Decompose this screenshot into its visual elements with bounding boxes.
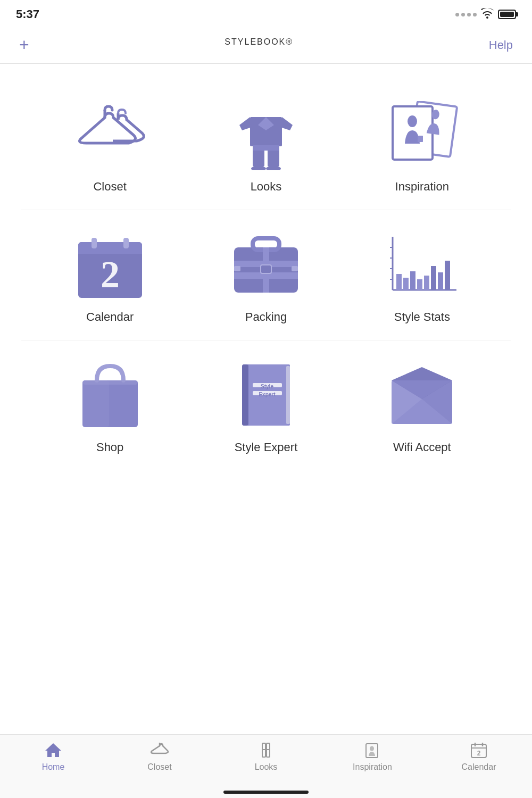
svg-rect-30 xyxy=(234,266,240,271)
tab-calendar-label: Calendar xyxy=(462,762,496,772)
style-expert-icon: Style Expert xyxy=(226,362,306,431)
tab-inspiration-label: Inspiration xyxy=(353,762,392,772)
closet-icon xyxy=(70,101,150,170)
calendar-tab-icon: 2 xyxy=(470,741,488,759)
svg-rect-44 xyxy=(438,272,443,290)
header: + STYLEBOOK® Help xyxy=(0,27,532,64)
svg-rect-8 xyxy=(253,145,279,151)
svg-rect-21 xyxy=(92,238,97,248)
closet-label: Closet xyxy=(93,180,126,194)
svg-rect-11 xyxy=(254,165,263,169)
grid-row-3: Shop Style Expert xyxy=(0,340,532,470)
tab-bar: Home Closet Looks xyxy=(0,734,532,798)
battery-icon xyxy=(498,10,516,19)
packing-label: Packing xyxy=(245,310,287,324)
svg-rect-16 xyxy=(418,136,423,142)
style-expert-item[interactable]: Style Expert Style Expert xyxy=(213,362,319,454)
svg-rect-12 xyxy=(269,165,278,169)
tab-closet-label: Closet xyxy=(147,762,171,772)
inspiration-icon xyxy=(382,101,462,170)
style-stats-label: Style Stats xyxy=(394,310,450,324)
wifi-accept-icon xyxy=(382,362,462,431)
looks-label: Looks xyxy=(251,180,282,194)
svg-rect-42 xyxy=(424,276,429,290)
tab-looks[interactable]: Looks xyxy=(213,741,319,772)
main-content: Closet xyxy=(0,64,532,470)
calendar-label: Calendar xyxy=(86,310,134,324)
shop-item[interactable]: Shop xyxy=(57,362,163,454)
svg-text:Expert: Expert xyxy=(259,392,276,397)
shop-icon xyxy=(70,362,150,431)
grid-row-2: 2 Calendar xyxy=(0,210,532,340)
home-indicator xyxy=(223,791,309,794)
add-button[interactable]: + xyxy=(19,35,29,55)
inspiration-item[interactable]: Inspiration xyxy=(369,101,475,194)
closet-tab-icon xyxy=(151,741,169,759)
tab-calendar[interactable]: 2 Calendar xyxy=(426,741,532,772)
svg-rect-39 xyxy=(403,278,409,290)
tab-home[interactable]: Home xyxy=(0,741,106,772)
svg-text:2: 2 xyxy=(477,750,481,757)
inspiration-label: Inspiration xyxy=(395,180,450,194)
svg-text:Style: Style xyxy=(261,384,273,389)
svg-rect-50 xyxy=(242,364,248,426)
wifi-accept-label: Wifi Accept xyxy=(393,440,451,454)
looks-tab-icon xyxy=(257,741,275,759)
svg-marker-62 xyxy=(45,743,61,757)
wifi-accept-item[interactable]: Wifi Accept xyxy=(369,362,475,454)
svg-rect-40 xyxy=(410,271,415,290)
svg-rect-43 xyxy=(431,266,436,290)
calendar-item[interactable]: 2 Calendar xyxy=(57,231,163,324)
tab-home-label: Home xyxy=(42,762,65,772)
svg-rect-29 xyxy=(261,265,271,273)
status-icons xyxy=(455,8,516,21)
svg-text:2: 2 xyxy=(101,253,120,296)
tab-closet[interactable]: Closet xyxy=(106,741,213,772)
tab-inspiration[interactable]: Inspiration xyxy=(319,741,426,772)
style-stats-icon xyxy=(382,231,462,301)
svg-point-69 xyxy=(370,746,374,751)
packing-icon xyxy=(226,231,306,301)
svg-rect-45 xyxy=(445,261,450,290)
svg-rect-31 xyxy=(292,266,298,271)
svg-rect-41 xyxy=(417,279,422,290)
style-stats-item[interactable]: Style Stats xyxy=(369,231,475,324)
status-bar: 5:37 xyxy=(0,0,532,27)
looks-item[interactable]: Looks xyxy=(213,101,319,194)
calendar-icon: 2 xyxy=(70,231,150,301)
shop-label: Shop xyxy=(96,440,123,454)
status-time: 5:37 xyxy=(16,7,39,21)
inspiration-tab-icon xyxy=(363,741,381,759)
svg-rect-48 xyxy=(82,380,138,385)
grid-row-1: Closet xyxy=(0,80,532,210)
looks-icon xyxy=(226,101,306,170)
svg-rect-52 xyxy=(286,366,290,424)
style-expert-label: Style Expert xyxy=(235,440,298,454)
app-title: STYLEBOOK® xyxy=(225,36,293,54)
home-tab-icon xyxy=(44,741,62,759)
closet-item[interactable]: Closet xyxy=(57,101,163,194)
packing-item[interactable]: Packing xyxy=(213,231,319,324)
svg-marker-4 xyxy=(239,117,250,130)
tab-looks-label: Looks xyxy=(255,762,278,772)
help-button[interactable]: Help xyxy=(489,38,513,52)
wifi-icon xyxy=(481,8,494,21)
svg-marker-5 xyxy=(282,117,293,130)
signal-icon xyxy=(455,13,477,16)
svg-rect-47 xyxy=(82,380,109,427)
svg-rect-38 xyxy=(396,274,402,290)
svg-rect-22 xyxy=(123,238,129,248)
svg-point-15 xyxy=(408,115,417,127)
